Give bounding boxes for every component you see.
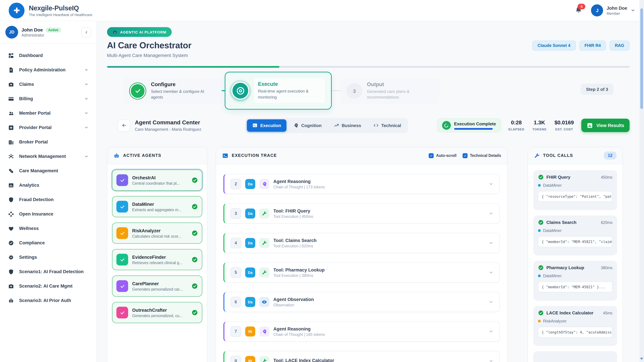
trace-type-icon	[259, 327, 269, 337]
agent-card[interactable]: OrchestrAI Central coordinator that pl..…	[112, 170, 202, 191]
stat-label: ELAPSED	[508, 127, 524, 131]
chevron-down-icon[interactable]	[489, 300, 494, 304]
toggle-label: Technical Details	[470, 153, 501, 158]
agent-dot-icon	[538, 275, 541, 277]
robot-icon	[113, 152, 120, 159]
tab-icon	[334, 123, 339, 128]
sidebar-item[interactable]: Policy Administration	[3, 63, 93, 77]
trace-row[interactable]: 8 Ri Tool: LACE Index Calculator	[224, 351, 500, 362]
sidebar-item[interactable]: Scenario1: AI Fraud Detection	[3, 265, 93, 279]
user-menu[interactable]: J John Doe Member	[591, 4, 635, 16]
sidebar-item[interactable]: Dashboard	[3, 48, 93, 63]
chevron-down-icon[interactable]	[489, 270, 494, 275]
scrollbar-thumb[interactable]	[640, 8, 643, 109]
agent-checkbox[interactable]	[116, 307, 128, 319]
sidebar-item[interactable]: Billing	[3, 91, 93, 106]
toggle-checkbox[interactable]: Auto-scroll	[429, 153, 456, 158]
check-circle-icon	[538, 174, 544, 180]
stat-value: $0.0169	[554, 120, 574, 126]
trace-row[interactable]: 5 Da Tool: Pharmacy Lookup Tool Executio…	[224, 263, 500, 283]
sidebar-item[interactable]: Compliance	[3, 236, 93, 250]
active-agents-panel: ACTIVE AGENTS OrchestrAI Central coordin…	[107, 147, 207, 362]
trace-row[interactable]: 7 Ri Agent Reasoning Chain of Thought | …	[224, 322, 500, 342]
tool-call-arguments: { "resourceType": "Patient", "patientI…	[538, 191, 612, 202]
check-circle-icon	[192, 256, 198, 263]
sidebar-item[interactable]: Scenario3: AI Prior Auth	[3, 293, 93, 308]
notifications-button[interactable]: 5	[575, 6, 582, 15]
command-center-subtitle: Care Management - Maria Rodriguez	[135, 127, 236, 132]
trace-meta: Tool Execution | 620ms	[273, 244, 317, 248]
sidebar-item[interactable]: Analytics	[3, 178, 93, 192]
agent-card[interactable]: OutreachCrafter Generates personalized, …	[112, 302, 202, 323]
agent-name: RiskAnalyzer	[132, 228, 181, 233]
tab[interactable]: Cognition	[288, 119, 327, 132]
active-agents-header: ACTIVE AGENTS	[107, 147, 207, 164]
sidebar-item[interactable]: Scenario2: AI Care Mgmt	[3, 279, 93, 293]
agent-name: DataMiner	[543, 228, 562, 233]
sidebar-item-icon	[8, 124, 14, 131]
toggle-checkbox[interactable]: Technical Details	[462, 153, 501, 158]
sidebar-item[interactable]: Open Insurance	[3, 207, 93, 221]
trace-step-number: 2	[230, 179, 241, 189]
scrollbar-track[interactable]	[639, 0, 644, 362]
checkbox-icon	[462, 153, 468, 158]
sidebar-item[interactable]: Network Management	[3, 149, 93, 164]
sidebar-item-label: Billing	[19, 96, 33, 101]
sidebar-item[interactable]: Care Management	[3, 164, 93, 178]
tab[interactable]: Technical	[368, 119, 406, 132]
chevron-down-icon[interactable]	[489, 182, 494, 186]
back-button[interactable]	[118, 119, 130, 132]
sidebar-item[interactable]: Fraud Detection	[3, 192, 93, 207]
agent-dot-icon	[538, 320, 541, 323]
sidebar-item[interactable]: Claims	[3, 77, 93, 91]
sidebar-item[interactable]: Member Portal	[3, 106, 93, 120]
tool-calls-header: TOOL CALLS 12	[528, 147, 622, 164]
page-title: AI Care Orchestrator	[107, 40, 192, 51]
trace-step-number: 8	[230, 356, 241, 362]
agent-card[interactable]: EvidenceFinder Retrieves relevant clinic…	[112, 249, 202, 270]
trace-row[interactable]: 3 Da Tool: FHIR Query Tool Execution | 4…	[224, 203, 500, 224]
step-description: Generated care plans & recommendations	[367, 89, 433, 100]
trace-row[interactable]: 4 Da Tool: Claims Search Tool Execution …	[224, 233, 500, 253]
trace-row[interactable]: 6 Da Agent Observation Observation	[224, 292, 500, 312]
agent-card[interactable]: DataMiner Extracts and aggregates m...	[112, 196, 202, 217]
top-header: Nexgile-PulseIQ The Intelligent Heartbea…	[0, 0, 644, 21]
trace-row[interactable]: 2 Da Agent Reasoning Chain of Thought | …	[224, 174, 500, 194]
tool-call-card	[533, 351, 617, 362]
tab[interactable]: Execution	[247, 119, 286, 132]
tab[interactable]: Business	[328, 119, 366, 132]
sidebar-item-icon	[8, 182, 14, 188]
execution-status: Execution Complete	[437, 118, 501, 132]
sidebar-item[interactable]: Settings	[3, 250, 93, 265]
agent-checkbox[interactable]	[116, 280, 128, 292]
sidebar-item[interactable]: Wellness	[3, 221, 93, 236]
agent-card[interactable]: CarePlanner Generates personalized car..…	[112, 276, 202, 297]
view-results-button[interactable]: View Results	[581, 119, 630, 132]
sidebar-item[interactable]: Broker Portal	[3, 135, 93, 149]
chevron-down-icon	[84, 68, 88, 72]
trace-type-icon	[259, 356, 269, 362]
tool-call-agent: RiskAnalyzer	[538, 319, 612, 324]
agent-checkbox[interactable]	[116, 174, 128, 186]
sidebar-user-role: Administrator	[22, 33, 61, 37]
chevron-down-icon[interactable]	[489, 359, 494, 362]
sidebar-collapse-button[interactable]	[81, 27, 91, 37]
sidebar-item[interactable]: Provider Portal	[3, 120, 93, 135]
sidebar-item-label: Care Management	[19, 168, 58, 173]
chevron-down-icon[interactable]	[489, 211, 494, 216]
check-icon	[120, 177, 125, 183]
chevron-down-icon[interactable]	[489, 329, 494, 334]
tech-badge: Claude Sonnet 4	[532, 40, 576, 50]
tab-icon	[252, 123, 258, 128]
agent-card[interactable]: RiskAnalyzer Calculates clinical risk sc…	[112, 223, 202, 244]
agent-checkbox[interactable]	[116, 227, 128, 239]
trace-title: Tool: Pharmacy Lookup	[273, 268, 325, 273]
agent-checkbox[interactable]	[116, 254, 128, 266]
agent-checkbox[interactable]	[116, 201, 128, 213]
sidebar-item-label: Wellness	[19, 226, 39, 231]
scrollbar-down-arrow[interactable]	[640, 358, 643, 360]
chevron-down-icon	[84, 96, 88, 101]
tab-label: Business	[342, 123, 361, 128]
tool-call-duration: 380ms	[601, 266, 612, 270]
chevron-down-icon[interactable]	[489, 241, 494, 245]
